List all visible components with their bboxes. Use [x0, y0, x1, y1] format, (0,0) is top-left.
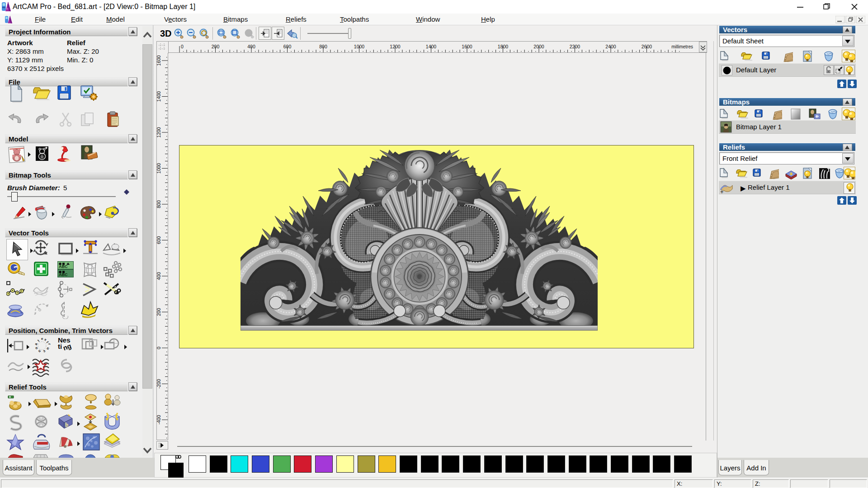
svg-text:200: 200: [157, 308, 161, 316]
svg-text:ABC: ABC: [59, 272, 68, 277]
svg-text:600: 600: [157, 236, 161, 244]
svg-text:1600: 1600: [157, 55, 161, 66]
svg-text:ABC: ABC: [59, 264, 68, 269]
svg-text:1400: 1400: [157, 91, 161, 102]
svg-text:e: e: [41, 337, 43, 341]
svg-text:400: 400: [247, 44, 255, 49]
svg-text:1600: 1600: [462, 44, 472, 49]
svg-text:+: +: [720, 188, 724, 194]
svg-text:r: r: [47, 343, 52, 345]
svg-text:200: 200: [212, 44, 220, 49]
svg-text:millimetres: millimetres: [671, 44, 693, 49]
svg-text:1000: 1000: [354, 44, 365, 49]
svg-text:-400: -400: [157, 415, 161, 424]
svg-text:1200: 1200: [390, 44, 401, 49]
svg-text:1400: 1400: [426, 44, 437, 49]
svg-text:1000: 1000: [157, 163, 161, 174]
svg-text:800: 800: [157, 200, 161, 208]
svg-text:2200: 2200: [570, 44, 580, 49]
svg-text:u: u: [46, 347, 50, 350]
svg-text:0: 0: [181, 44, 184, 49]
svg-text:o: o: [34, 347, 39, 349]
svg-text:2000: 2000: [533, 44, 544, 49]
svg-text:600: 600: [283, 44, 292, 49]
svg-text:2400: 2400: [605, 44, 616, 49]
svg-text:400: 400: [157, 272, 161, 280]
svg-text:ti: ti: [58, 343, 62, 350]
svg-text:1800: 1800: [498, 44, 509, 49]
svg-text:a: a: [34, 342, 38, 346]
svg-text:800: 800: [319, 44, 327, 49]
svg-text:1200: 1200: [157, 127, 161, 138]
svg-text:-200: -200: [157, 379, 161, 389]
svg-text:0: 0: [157, 347, 161, 349]
svg-text:2600: 2600: [642, 44, 652, 49]
